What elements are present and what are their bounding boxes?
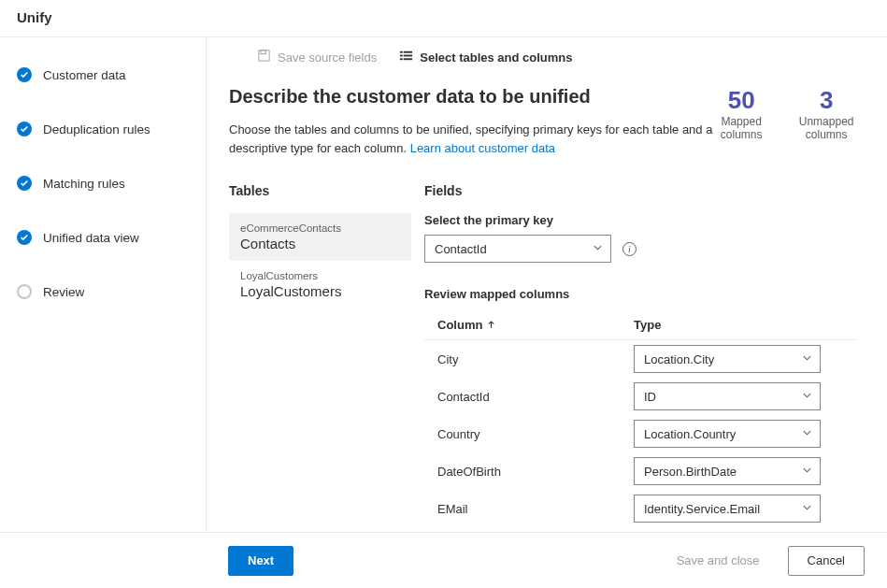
type-select[interactable]: Location.City	[634, 345, 821, 373]
app-title: Unify	[17, 9, 52, 25]
svg-rect-6	[400, 58, 403, 60]
type-select[interactable]: ID	[634, 382, 821, 410]
stat-unmapped: 3 Unmapped columns	[795, 86, 857, 141]
step-unified-view[interactable]: Unified data view	[17, 224, 193, 251]
tab-label: Save source fields	[278, 50, 377, 65]
type-header[interactable]: Type	[634, 318, 661, 332]
primary-key-select[interactable]: ContactId	[424, 235, 611, 263]
select-value: Location.Country	[644, 427, 736, 441]
grid-header: Column Type	[424, 310, 857, 340]
chevron-down-icon	[802, 427, 812, 441]
svg-rect-7	[404, 58, 412, 60]
tab-select-tables[interactable]: Select tables and columns	[399, 49, 572, 65]
info-icon[interactable]: i	[622, 242, 637, 256]
column-name: Country	[437, 427, 634, 441]
check-icon	[17, 122, 32, 136]
review-header: Review mapped columns	[424, 287, 857, 301]
learn-link[interactable]: Learn about customer data	[410, 141, 555, 155]
chevron-down-icon	[802, 465, 812, 479]
step-label: Review	[43, 285, 84, 299]
stat-label: Unmapped columns	[795, 115, 857, 141]
select-value: ID	[644, 390, 656, 404]
type-select[interactable]: Identity.Service.Email	[634, 495, 821, 523]
check-icon	[17, 67, 32, 82]
svg-rect-1	[261, 50, 266, 54]
column-name: DateOfBirth	[437, 465, 634, 479]
page-description: Choose the tables and columns to be unif…	[229, 121, 715, 157]
step-matching[interactable]: Matching rules	[17, 170, 193, 196]
table-row: EMail Identity.Service.Email	[424, 490, 857, 527]
footer: Next Save and close Cancel	[0, 532, 887, 588]
step-label: Unified data view	[43, 231, 139, 245]
tables-header: Tables	[229, 183, 411, 198]
type-select[interactable]: Location.Country	[634, 420, 821, 448]
select-value: Person.BirthDate	[644, 465, 737, 479]
svg-rect-3	[404, 51, 412, 53]
type-select[interactable]: Person.BirthDate	[634, 457, 821, 485]
table-item-loyal[interactable]: LoyalCustomers LoyalCustomers	[229, 261, 411, 308]
save-icon	[257, 49, 271, 65]
column-name: City	[437, 352, 634, 366]
check-icon	[17, 230, 32, 245]
select-value: Identity.Service.Email	[644, 502, 760, 516]
stat-value: 3	[795, 86, 857, 115]
select-value: ContactId	[435, 242, 487, 256]
table-item-contacts[interactable]: eCommerceContacts Contacts	[229, 213, 411, 261]
step-deduplication[interactable]: Deduplication rules	[17, 116, 193, 142]
col-header-text: Column	[437, 318, 482, 332]
table-row: Country Location.Country	[424, 415, 857, 452]
table-source: LoyalCustomers	[240, 270, 400, 281]
app-header: Unify	[0, 0, 887, 37]
step-customer-data[interactable]: Customer data	[17, 62, 193, 88]
page-title: Describe the customer data to be unified	[229, 86, 715, 108]
circle-icon	[17, 284, 32, 299]
table-row: ContactId ID	[424, 378, 857, 415]
chevron-down-icon	[593, 242, 603, 256]
list-icon	[399, 49, 413, 65]
fields-header: Fields	[424, 183, 857, 198]
table-name: LoyalCustomers	[240, 283, 400, 299]
column-name: ContactId	[437, 390, 634, 404]
stat-value: 50	[715, 86, 767, 115]
primary-key-label: Select the primary key	[424, 213, 857, 227]
table-row: City Location.City	[424, 340, 857, 378]
column-header[interactable]: Column	[437, 318, 634, 332]
step-review[interactable]: Review	[17, 279, 193, 305]
stat-label: Mapped columns	[715, 115, 767, 141]
chevron-down-icon	[802, 502, 812, 516]
table-row: DateOfBirth Person.BirthDate	[424, 452, 857, 490]
sidebar: Customer data Deduplication rules Matchi…	[0, 37, 206, 532]
step-label: Deduplication rules	[43, 122, 150, 136]
sort-asc-icon	[487, 318, 495, 332]
chevron-down-icon	[802, 352, 812, 366]
tab-label: Select tables and columns	[420, 50, 572, 65]
save-close-button: Save and close	[658, 546, 779, 576]
svg-rect-4	[400, 55, 403, 57]
cancel-button[interactable]: Cancel	[788, 546, 865, 576]
column-name: EMail	[437, 502, 634, 516]
tab-save-source[interactable]: Save source fields	[257, 49, 377, 65]
main-panel[interactable]: Save source fields Select tables and col…	[206, 37, 887, 532]
step-label: Customer data	[43, 68, 126, 82]
table-name: Contacts	[240, 236, 400, 251]
stat-mapped: 50 Mapped columns	[715, 86, 767, 141]
svg-rect-2	[400, 51, 403, 53]
svg-rect-5	[404, 55, 412, 57]
check-icon	[17, 176, 32, 191]
chevron-down-icon	[802, 390, 812, 404]
step-label: Matching rules	[43, 177, 125, 191]
next-button[interactable]: Next	[228, 546, 293, 576]
select-value: Location.City	[644, 352, 714, 366]
table-source: eCommerceContacts	[240, 222, 400, 234]
